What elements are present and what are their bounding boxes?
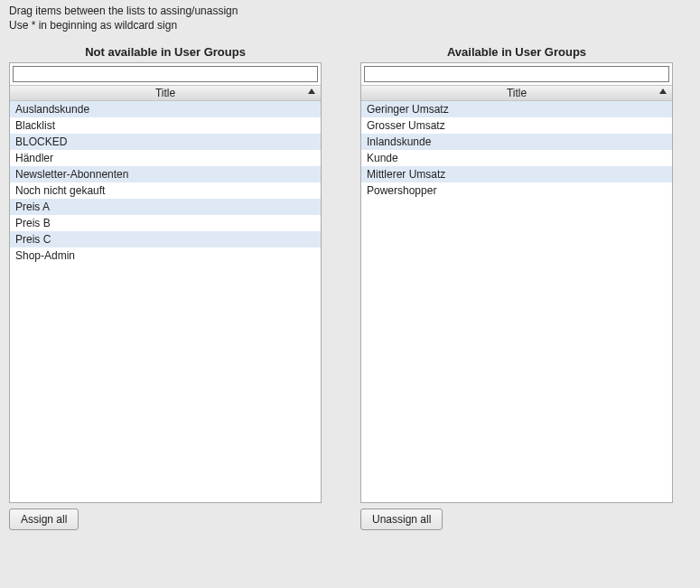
hint-line-1: Drag items between the lists to assing/u…	[9, 5, 238, 17]
available-title: Available in User Groups	[360, 45, 673, 59]
list-item[interactable]: Preis C	[10, 231, 321, 247]
list-item[interactable]: BLOCKED	[10, 134, 321, 150]
not-available-search-input[interactable]	[13, 66, 318, 82]
not-available-panel: Not available in User Groups Title Ausla…	[9, 45, 322, 530]
available-column-header[interactable]: Title	[361, 85, 672, 101]
hint-line-2: Use * in beginning as wildcard sign	[9, 19, 177, 32]
hint-text: Drag items between the lists to assing/u…	[9, 4, 691, 33]
assign-all-button[interactable]: Assign all	[9, 509, 79, 530]
list-item[interactable]: Shop-Admin	[10, 247, 321, 264]
list-item[interactable]: Blacklist	[10, 117, 321, 134]
list-item[interactable]: Preis B	[10, 215, 321, 231]
list-item[interactable]: Auslandskunde	[10, 101, 321, 117]
available-panel: Available in User Groups Title Geringer …	[360, 45, 673, 530]
not-available-title: Not available in User Groups	[9, 45, 322, 59]
column-header-label: Title	[10, 87, 321, 99]
not-available-column-header[interactable]: Title	[10, 85, 321, 101]
list-item[interactable]: Mittlerer Umsatz	[361, 166, 672, 182]
list-item[interactable]: Noch nicht gekauft	[10, 182, 321, 199]
sort-asc-icon	[659, 89, 667, 94]
list-item[interactable]: Händler	[10, 150, 321, 166]
sort-asc-icon	[308, 89, 315, 94]
available-search-input[interactable]	[364, 66, 669, 82]
list-item[interactable]: Preis A	[10, 199, 321, 215]
list-item[interactable]: Inlandskunde	[361, 134, 672, 150]
not-available-list[interactable]: AuslandskundeBlacklistBLOCKEDHändlerNews…	[10, 101, 321, 502]
list-item[interactable]: Powershopper	[361, 182, 672, 199]
unassign-all-button[interactable]: Unassign all	[360, 509, 443, 530]
list-item[interactable]: Kunde	[361, 150, 672, 166]
list-item[interactable]: Grosser Umsatz	[361, 117, 672, 134]
list-item[interactable]: Newsletter-Abonnenten	[10, 166, 321, 182]
available-list[interactable]: Geringer UmsatzGrosser UmsatzInlandskund…	[361, 101, 672, 502]
list-item[interactable]: Geringer Umsatz	[361, 101, 672, 117]
column-header-label: Title	[361, 87, 672, 99]
